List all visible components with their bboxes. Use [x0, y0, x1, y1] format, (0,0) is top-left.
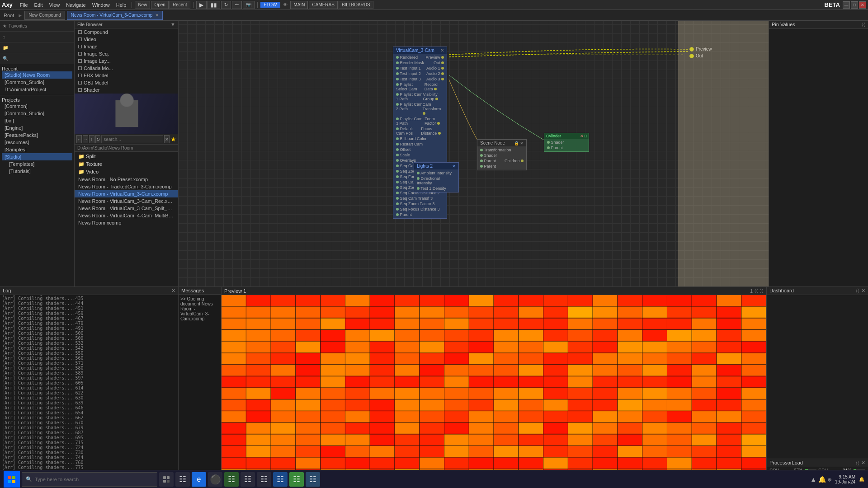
file-search-clear[interactable]: ✕ — [164, 135, 170, 143]
file-type-imageseq[interactable]: Image Seq. — [75, 50, 178, 57]
file-type-obj[interactable]: OBJ Model — [75, 79, 178, 86]
recent-button[interactable]: Recent — [170, 1, 190, 9]
sidebar-item-studio-newsroom[interactable]: [Studio]:News Room — [2, 71, 72, 79]
pin-values-expand[interactable]: 〈〈 — [862, 22, 865, 28]
taskbar-app5[interactable]: ☷ — [289, 472, 304, 487]
taskbar-chrome[interactable]: ⚫ — [208, 472, 222, 487]
file-search-input[interactable] — [101, 135, 163, 143]
file-type-video[interactable]: Video — [75, 36, 178, 43]
sidebar-project-studio[interactable]: [Studio] — [2, 153, 72, 160]
nav-back-button[interactable]: ← — [76, 135, 82, 143]
taskbar-app4[interactable]: ☷ — [273, 472, 288, 487]
scene-close-icon[interactable]: ✕ — [520, 141, 524, 145]
tool-icon-1[interactable]: ▶ — [196, 1, 207, 9]
file-type-image[interactable]: Image — [75, 43, 178, 50]
tab-active[interactable]: News Room - VirtualCam_3-Cam.xcomp ✕ — [67, 11, 163, 20]
node-virtual-cam-close[interactable]: ✕ — [440, 48, 444, 53]
sidebar-project-samples[interactable]: [Samples] — [2, 146, 72, 153]
nav-forward-button[interactable]: → — [83, 135, 88, 143]
sidebar-project-bin[interactable]: [bin] — [2, 117, 72, 124]
sidebar-project-common[interactable]: [Common] — [2, 103, 72, 110]
sidebar-project-resources[interactable]: [resources] — [2, 139, 72, 146]
folder-video[interactable]: 📁 Video — [75, 168, 178, 176]
menu-view[interactable]: View — [47, 1, 63, 9]
minimize-button[interactable]: — — [843, 1, 850, 9]
processor-expand[interactable]: 〈〈 — [856, 460, 859, 466]
file-type-fbx[interactable]: FBX Model — [75, 72, 178, 79]
sidebar-project-featurepacks[interactable]: [FeaturePacks] — [2, 131, 72, 139]
start-button[interactable] — [4, 471, 20, 488]
tab-close-icon[interactable]: ✕ — [155, 13, 159, 18]
node-cylinder[interactable]: Cylinder ✕ □ Shader Parent — [544, 133, 589, 152]
preview-prev[interactable]: 〈〈 — [755, 288, 758, 294]
file-tracked-cam[interactable]: News Room - TrackedCam_3-Cam.xcomp — [75, 183, 178, 190]
taskbar-widgets[interactable]: ☷ — [175, 472, 190, 487]
menu-file[interactable]: File — [17, 1, 31, 9]
preview-next[interactable]: 〉〉 — [760, 288, 764, 294]
tab-new-compound[interactable]: New Compound — [24, 11, 65, 20]
menu-window[interactable]: Window — [90, 1, 113, 9]
file-browser-collapse[interactable]: ▼ — [170, 22, 175, 27]
file-virtual-cam-4-multi[interactable]: News Room - VirtualCam_4-Cam_MultiB_Rec.… — [75, 212, 178, 219]
dashboard-expand[interactable]: 〈〈 — [856, 288, 859, 294]
menu-edit[interactable]: Edit — [32, 1, 46, 9]
flow-button[interactable]: FLOW — [260, 2, 281, 8]
sidebar-icon-favorites[interactable]: ★ Favorites — [0, 21, 74, 32]
main-button[interactable]: MAIN — [290, 1, 308, 9]
cameras-button[interactable]: CAMERAS — [309, 1, 337, 9]
log-content[interactable]: [Arr] Compiling shaders....394[Arr] Comp… — [0, 295, 178, 481]
new-button[interactable]: New — [135, 1, 150, 9]
sidebar-project-templates[interactable]: [Templates] — [2, 160, 72, 168]
file-type-shader[interactable]: Shader — [75, 86, 178, 94]
menu-help[interactable]: Help — [113, 1, 129, 9]
preview-canvas-area[interactable] — [222, 295, 766, 481]
taskbar-app1[interactable]: ☷ — [224, 472, 239, 487]
file-virtual-cam-3[interactable]: News Room - VirtualCam_3-Cam.xcomp — [75, 190, 178, 197]
favorite-star-icon[interactable]: ★ — [170, 136, 176, 143]
open-button[interactable]: Open — [151, 1, 168, 9]
file-type-imagelay[interactable]: Image Lay... — [75, 57, 178, 65]
dashboard-close[interactable]: ✕ — [861, 288, 865, 294]
sidebar-project-common-studio[interactable]: [Common_Studio] — [2, 110, 72, 117]
taskbar-app2[interactable]: ☷ — [241, 472, 255, 487]
node-graph[interactable]: VirtualCam_3-Cam ✕ RenderedPreview Rende… — [179, 21, 769, 286]
log-close[interactable]: ✕ — [171, 288, 175, 294]
menu-navigate[interactable]: Navigate — [63, 1, 88, 9]
sidebar-project-tutorials[interactable]: [Tutorials] — [2, 168, 72, 175]
file-type-collada[interactable]: Collada Mo... — [75, 65, 178, 72]
close-button[interactable]: ✕ — [859, 1, 866, 9]
scene-lock-icon[interactable]: 🔒 — [514, 141, 519, 145]
billboards-button[interactable]: BILLBOARDS — [339, 1, 373, 9]
node-scene[interactable]: Scene Node 🔒 ✕ Transformation Shader Par… — [477, 139, 527, 170]
taskbar-taskview[interactable] — [159, 472, 174, 487]
sidebar-icon-folder[interactable]: 📁 — [0, 42, 74, 53]
file-virtual-cam-split[interactable]: News Room - VirtualCam_3-Cam_Split_Rec.x… — [75, 205, 178, 212]
sidebar-icon-search[interactable]: 🔍 — [0, 53, 74, 64]
tool-icon-3[interactable]: ↻ — [221, 1, 231, 9]
file-virtual-cam-rec[interactable]: News Room - VirtualCam_3-Cam_Rec.xcomp — [75, 197, 178, 205]
taskbar-search-input[interactable] — [35, 477, 153, 482]
sidebar-project-engine[interactable]: [Engine] — [2, 124, 72, 131]
cylinder-close-icon[interactable]: ✕ — [580, 134, 584, 138]
maximize-button[interactable]: □ — [851, 1, 858, 9]
taskbar-edge[interactable]: e — [192, 472, 206, 487]
tool-icon-4[interactable]: ↼ — [232, 1, 242, 9]
tool-icon-2[interactable]: ▮▮ — [208, 1, 220, 9]
lights2-close-icon[interactable]: ✕ — [452, 164, 456, 169]
nav-refresh-button[interactable]: ↻ — [95, 135, 101, 143]
taskbar-app6[interactable]: ☷ — [306, 472, 320, 487]
node-lights2[interactable]: Lights 2 ✕ Ambient Intensity Directional… — [414, 162, 459, 192]
cylinder-expand-icon[interactable]: □ — [585, 134, 587, 138]
taskbar-search[interactable]: 🔍 — [22, 472, 157, 487]
processor-close[interactable]: ✕ — [861, 460, 865, 466]
taskbar-app3[interactable]: ☷ — [257, 472, 271, 487]
folder-texture[interactable]: 📁 Texture — [75, 160, 178, 168]
file-news-room[interactable]: News Room.xcomp — [75, 219, 178, 226]
tool-icon-5[interactable]: 📷 — [243, 1, 255, 9]
sidebar-item-animator-project[interactable]: D:\AnimatorProject — [2, 86, 72, 93]
file-type-compound[interactable]: Compound — [75, 28, 178, 36]
node-virtual-cam[interactable]: VirtualCam_3-Cam ✕ RenderedPreview Rende… — [393, 47, 447, 219]
notification-icon[interactable]: 🔔 — [859, 477, 864, 482]
file-no-preset[interactable]: News Room - No Preset.xcomp — [75, 176, 178, 183]
nav-up-button[interactable]: ↑ — [89, 135, 94, 143]
